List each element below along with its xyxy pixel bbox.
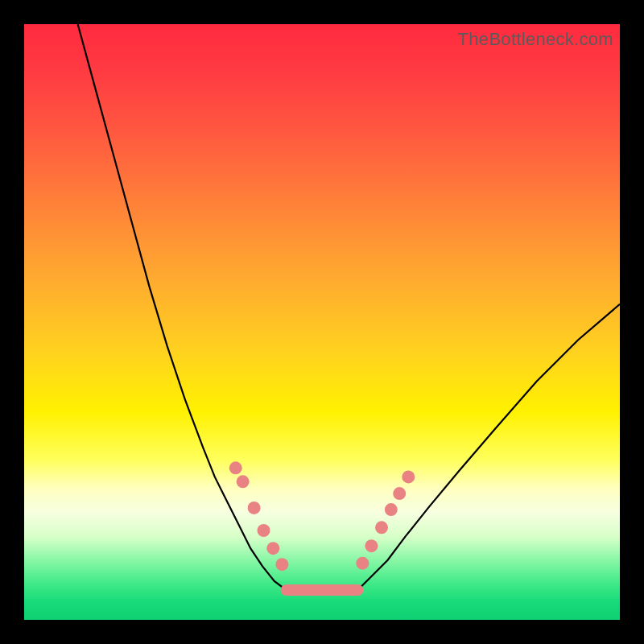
data-marker [229, 461, 242, 474]
chart-frame: TheBottleneck.com [0, 0, 644, 644]
plot-area: TheBottleneck.com [24, 24, 620, 620]
data-marker [385, 503, 398, 516]
data-marker [402, 470, 415, 483]
data-marker [375, 521, 388, 534]
data-marker [365, 539, 378, 552]
data-marker [393, 487, 406, 500]
data-marker [248, 502, 261, 514]
curve-right-curve [357, 304, 620, 590]
data-marker [258, 524, 270, 537]
chart-svg [24, 24, 620, 620]
data-marker [237, 475, 250, 488]
data-marker [266, 542, 279, 555]
data-marker [356, 557, 369, 570]
data-marker [275, 558, 288, 571]
